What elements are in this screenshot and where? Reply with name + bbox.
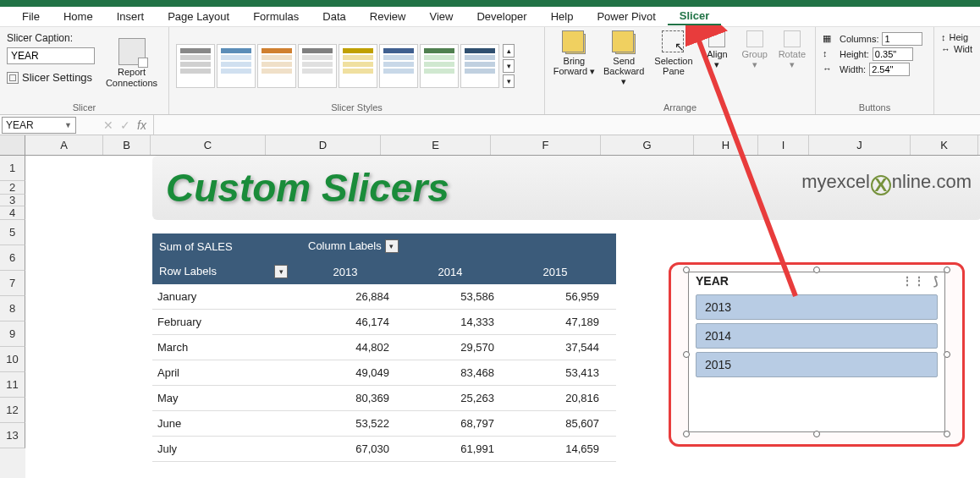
slicer-style-4[interactable] [298,44,337,88]
row-header[interactable]: 7 [0,271,25,296]
slicer-settings-button[interactable]: Slicer Settings [7,71,95,84]
row-header[interactable]: 10 [0,347,25,372]
row-header[interactable]: 9 [0,321,25,347]
bring-forward-icon [562,30,586,54]
tab-insert[interactable]: Insert [105,8,157,25]
enter-icon[interactable]: ✓ [120,118,130,132]
settings-icon [7,72,19,84]
col-header[interactable]: F [491,135,601,155]
multi-select-icon[interactable]: ⋮⋮ [901,274,925,288]
row-header[interactable]: 1 [0,156,25,181]
cancel-icon[interactable]: ✕ [103,118,113,132]
resize-handle[interactable] [683,266,690,273]
columns-icon: ▦ [823,33,836,45]
slicer-selected-outline: YEAR ⋮⋮ ⟆ 2013 2014 2015 [669,262,965,447]
slicer-item[interactable]: 2015 [696,352,938,377]
fx-icon[interactable]: fx [137,118,146,132]
slicer-style-7[interactable] [420,44,459,88]
tab-help[interactable]: Help [539,8,586,25]
tab-page-layout[interactable]: Page Layout [156,8,241,25]
slicer-caption-input[interactable] [7,47,95,64]
height-icon: ↕ [823,48,836,60]
row-header[interactable]: 13 [0,423,25,448]
row-header[interactable]: 12 [0,398,25,423]
width-input[interactable] [869,63,910,76]
col-header[interactable]: A [25,135,103,155]
tab-slicer[interactable]: Slicer [668,8,721,25]
styles-more[interactable]: ▾ [503,74,515,88]
align-button[interactable]: Align▾ [701,30,733,69]
slicer[interactable]: YEAR ⋮⋮ ⟆ 2013 2014 2015 [688,272,945,432]
tab-data[interactable]: Data [311,8,357,25]
table-row: May80,36925,26320,816 [152,386,616,411]
ribbon-group-slicer-styles: Slicer Styles [176,101,537,114]
slicer-style-8[interactable] [460,44,499,88]
tab-file[interactable]: File [10,8,52,25]
col-header[interactable]: H [694,135,758,155]
bring-forward-button[interactable]: Bring Forward ▾ [552,30,597,76]
slicer-style-1[interactable] [176,44,215,88]
tab-power-pivot[interactable]: Power Pivot [585,8,667,25]
group-icon [746,30,763,47]
name-box[interactable]: YEAR▼ [2,117,76,134]
title-banner: Custom Slicers myexcelXnline.com [152,156,980,220]
report-connections-icon [118,38,146,65]
resize-handle[interactable] [813,431,820,437]
resize-handle[interactable] [944,351,950,358]
slicer-style-2[interactable] [217,44,256,88]
row-header[interactable]: 2 [0,181,25,195]
resize-handle[interactable] [944,266,950,273]
table-row: February46,17414,33347,189 [152,310,616,335]
col-header[interactable]: G [601,135,694,155]
row-header[interactable]: 3 [0,195,25,206]
col-header[interactable]: E [381,135,491,155]
selection-pane-button[interactable]: Selection Pane [652,30,696,76]
row-header[interactable]: 5 [0,220,25,245]
ribbon-group-slicer: Slicer [7,101,162,114]
pivot-row-labels: Row Labels▾ [152,265,301,278]
col-header[interactable]: K [911,135,978,155]
col-labels-dropdown[interactable]: ▾ [385,239,399,253]
table-row: January26,88453,58656,959 [152,284,616,310]
col-header[interactable]: B [103,135,151,155]
tab-home[interactable]: Home [52,8,105,25]
styles-scroll-down[interactable]: ▾ [503,59,515,73]
logo: myexcelXnline.com [801,171,972,195]
slicer-style-6[interactable] [379,44,418,88]
send-backward-button[interactable]: Send Backward ▾ [602,30,647,86]
col-header[interactable]: C [151,135,266,155]
tab-view[interactable]: View [417,8,465,25]
select-all-cell[interactable] [0,135,25,156]
styles-scroll-up[interactable]: ▴ [503,44,515,58]
resize-handle[interactable] [683,431,690,437]
pivot-year-header: 2014 [406,266,511,278]
table-row: April49,04983,46853,413 [152,360,616,386]
row-labels-dropdown[interactable]: ▾ [274,265,288,278]
tab-review[interactable]: Review [358,8,418,25]
row-header[interactable]: 8 [0,296,25,321]
size-width-icon: ↔ [941,44,950,54]
clear-filter-icon[interactable]: ⟆ [933,274,938,288]
col-header[interactable]: I [758,135,809,155]
col-header[interactable]: D [266,135,381,155]
tab-developer[interactable]: Developer [465,8,538,25]
resize-handle[interactable] [683,351,690,358]
slicer-item[interactable]: 2014 [696,323,938,349]
resize-handle[interactable] [813,266,820,273]
height-input[interactable] [873,47,913,61]
col-header[interactable]: J [809,135,911,155]
pivot-year-header: 2013 [301,266,406,278]
rotate-button[interactable]: Rotate▾ [776,30,808,69]
columns-input[interactable] [882,32,922,46]
report-connections-button[interactable]: Report Connections [102,30,162,96]
tab-formulas[interactable]: Formulas [241,8,311,25]
group-button[interactable]: Group▾ [739,30,771,69]
row-header[interactable]: 6 [0,245,25,271]
formula-input[interactable] [153,115,980,135]
slicer-style-5[interactable] [339,44,377,88]
resize-handle[interactable] [944,431,950,437]
row-header[interactable]: 11 [0,372,25,398]
slicer-style-3[interactable] [257,44,296,88]
row-header[interactable]: 4 [0,206,25,220]
slicer-item[interactable]: 2013 [696,294,938,320]
